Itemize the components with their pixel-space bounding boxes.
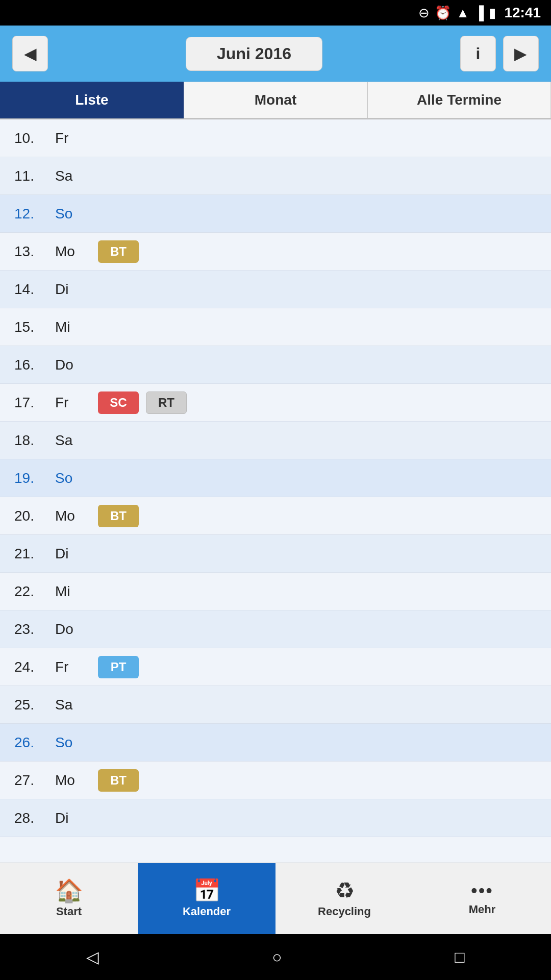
nav-recycling[interactable]: ♻ Recycling — [276, 863, 413, 934]
badge-bt[interactable]: BT — [98, 240, 139, 263]
home-icon: 🏠 — [55, 879, 83, 902]
day-name: Mo — [55, 772, 91, 789]
back-button[interactable]: ◁ — [86, 947, 99, 967]
day-number: 16. — [14, 357, 55, 373]
nav-start[interactable]: 🏠 Start — [0, 863, 138, 934]
day-number: 22. — [14, 583, 55, 600]
day-name: Sa — [55, 168, 91, 184]
day-name: Do — [55, 621, 91, 638]
day-name: So — [55, 734, 91, 751]
day-name: Di — [55, 546, 91, 562]
calendar-icon: 📅 — [193, 879, 221, 902]
day-row[interactable]: 11.Sa — [0, 157, 551, 195]
day-row[interactable]: 28.Di — [0, 799, 551, 837]
day-name: Mi — [55, 583, 91, 600]
day-name: Fr — [55, 659, 91, 675]
alarm-icon: ⏰ — [435, 5, 451, 21]
day-number: 26. — [14, 734, 55, 751]
day-row[interactable]: 20.MoBT — [0, 497, 551, 535]
badge-bt[interactable]: BT — [98, 505, 139, 527]
nav-kalender[interactable]: 📅 Kalender — [138, 863, 276, 934]
day-name: Mi — [55, 319, 91, 335]
day-row[interactable]: 27.MoBT — [0, 762, 551, 799]
home-button[interactable]: ○ — [272, 948, 282, 967]
day-number: 20. — [14, 508, 55, 524]
status-icons: ⊖ ⏰ ▲ ▐ ▮ — [418, 5, 496, 21]
day-row[interactable]: 25.Sa — [0, 686, 551, 724]
nav-start-label: Start — [56, 905, 82, 918]
day-name: Mo — [55, 508, 91, 524]
recent-button[interactable]: □ — [455, 948, 464, 967]
month-title[interactable]: Juni 2016 — [186, 37, 322, 71]
tab-alle[interactable]: Alle Termine — [367, 82, 551, 118]
day-number: 17. — [14, 395, 55, 411]
day-row[interactable]: 26.So — [0, 724, 551, 762]
day-number: 28. — [14, 810, 55, 826]
day-row[interactable]: 19.So — [0, 459, 551, 497]
day-row[interactable]: 12.So — [0, 195, 551, 233]
badge-rt[interactable]: RT — [146, 391, 187, 414]
day-number: 24. — [14, 659, 55, 675]
day-row[interactable]: 18.Sa — [0, 422, 551, 459]
day-number: 21. — [14, 546, 55, 562]
nav-kalender-label: Kalender — [183, 905, 231, 918]
day-name: Fr — [55, 130, 91, 146]
calendar-list: 10.Fr11.Sa12.So13.MoBT14.Di15.Mi16.Do17.… — [0, 119, 551, 863]
android-nav: ◁ ○ □ — [0, 934, 551, 980]
nav-recycling-label: Recycling — [318, 905, 371, 918]
day-number: 13. — [14, 243, 55, 260]
day-row[interactable]: 17.FrSCRT — [0, 384, 551, 422]
badge-sc[interactable]: SC — [98, 391, 139, 414]
day-row[interactable]: 10.Fr — [0, 119, 551, 157]
badge-pt[interactable]: PT — [98, 656, 139, 678]
day-name: Di — [55, 810, 91, 826]
tab-bar: Liste Monat Alle Termine — [0, 82, 551, 119]
battery-icon: ▮ — [489, 5, 496, 21]
info-button[interactable]: i — [460, 36, 496, 71]
next-month-button[interactable]: ▶ — [503, 36, 539, 71]
top-header: ◀ Juni 2016 i ▶ — [0, 26, 551, 82]
day-number: 11. — [14, 168, 55, 184]
day-number: 10. — [14, 130, 55, 146]
tab-liste[interactable]: Liste — [0, 82, 184, 118]
day-name: Di — [55, 281, 91, 298]
day-name: Do — [55, 357, 91, 373]
status-time: 12:41 — [504, 5, 541, 21]
status-bar: ⊖ ⏰ ▲ ▐ ▮ 12:41 — [0, 0, 551, 26]
day-number: 18. — [14, 432, 55, 449]
tab-monat[interactable]: Monat — [184, 82, 367, 118]
day-number: 25. — [14, 697, 55, 713]
day-name: So — [55, 470, 91, 486]
recycling-icon: ♻ — [335, 879, 355, 902]
day-row[interactable]: 21.Di — [0, 535, 551, 573]
day-row[interactable]: 22.Mi — [0, 573, 551, 610]
day-name: Sa — [55, 697, 91, 713]
mehr-icon: ••• — [471, 881, 493, 900]
prev-month-button[interactable]: ◀ — [12, 36, 48, 71]
day-number: 14. — [14, 281, 55, 298]
bottom-nav: 🏠 Start 📅 Kalender ♻ Recycling ••• Mehr — [0, 863, 551, 934]
day-number: 15. — [14, 319, 55, 335]
header-right: i ▶ — [460, 36, 539, 71]
day-row[interactable]: 15.Mi — [0, 308, 551, 346]
day-number: 12. — [14, 206, 55, 222]
day-number: 23. — [14, 621, 55, 638]
day-number: 19. — [14, 470, 55, 486]
day-name: Fr — [55, 395, 91, 411]
nav-mehr[interactable]: ••• Mehr — [413, 863, 551, 934]
day-name: Mo — [55, 243, 91, 260]
day-name: So — [55, 206, 91, 222]
nav-mehr-label: Mehr — [469, 903, 496, 916]
signal-icon: ▐ — [474, 5, 484, 21]
day-number: 27. — [14, 772, 55, 789]
day-row[interactable]: 24.FrPT — [0, 648, 551, 686]
day-row[interactable]: 23.Do — [0, 610, 551, 648]
minus-icon: ⊖ — [418, 5, 430, 21]
day-row[interactable]: 14.Di — [0, 271, 551, 308]
badge-bt[interactable]: BT — [98, 769, 139, 792]
day-row[interactable]: 13.MoBT — [0, 233, 551, 271]
day-name: Sa — [55, 432, 91, 449]
wifi-icon: ▲ — [456, 5, 469, 21]
day-row[interactable]: 16.Do — [0, 346, 551, 384]
